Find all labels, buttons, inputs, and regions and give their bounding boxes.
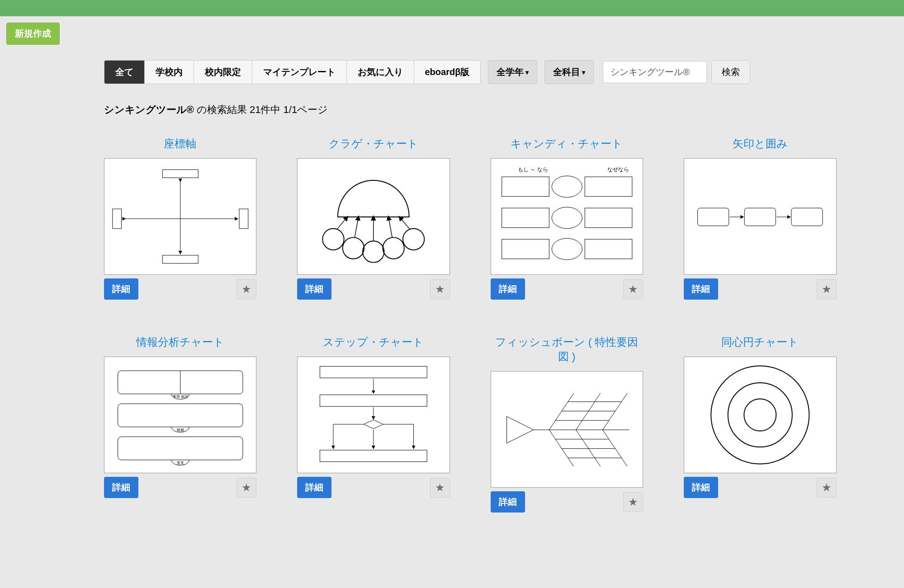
template-thumbnail[interactable] [297,357,450,473]
candy-left-label: もし ～ なら [518,166,548,173]
svg-point-60 [728,383,792,447]
create-button[interactable]: 新規作成 [6,23,60,45]
candy-right-label: なぜなら [607,166,629,173]
template-title-link[interactable]: ステップ・チャート [297,335,450,349]
template-card: ステップ・チャート 詳細 [297,335,450,513]
filter-row: 全て 学校内 校内限定 マイテンプレート お気に入り eboardβ版 全学年 … [104,60,837,84]
tab-all[interactable]: 全て [104,61,144,84]
star-icon: ★ [435,283,445,296]
template-card: キャンディ・チャート もし ～ なら なぜなら 詳細 ★ [491,136,644,300]
template-thumbnail[interactable] [297,158,450,275]
svg-line-45 [576,430,600,466]
svg-rect-26 [744,208,776,226]
tab-school-limited[interactable]: 校内限定 [194,61,252,84]
tab-favorites[interactable]: お気に入り [346,61,414,84]
template-card: 情報分析チャート 事実 仮説 根拠 意見 詳細 [104,335,257,513]
svg-rect-24 [585,239,632,259]
ia-label: 根拠 [176,428,184,432]
svg-rect-1 [162,255,198,263]
svg-rect-19 [502,208,549,227]
result-middle: の検索結果 [194,104,250,115]
subject-dropdown[interactable]: 全科目 ▾ [544,60,594,84]
template-title-link[interactable]: キャンディ・チャート [491,136,644,151]
favorite-button[interactable]: ★ [817,279,837,299]
filter-tabs: 全て 学校内 校内限定 マイテンプレート お気に入り eboardβ版 [104,60,481,84]
svg-line-12 [355,218,358,237]
svg-rect-16 [502,177,549,196]
template-thumbnail[interactable]: 事実 仮説 根拠 意見 [104,357,257,473]
template-title-link[interactable]: 座標軸 [104,136,257,151]
svg-rect-33 [118,437,242,460]
top-banner [0,0,904,16]
svg-line-15 [400,218,410,230]
result-query: シンキングツール® [104,104,194,115]
detail-button[interactable]: 詳細 [684,477,718,498]
svg-point-59 [711,366,809,464]
svg-rect-18 [585,177,632,196]
grade-dropdown-label: 全学年 [497,66,524,78]
svg-point-10 [403,229,424,250]
favorite-button[interactable]: ★ [237,478,256,498]
search-result-summary: シンキングツール® の検索結果 21件中 1/1ページ [104,103,837,117]
template-thumbnail[interactable] [104,158,257,275]
result-count: 21件中 1/1ページ [250,104,328,115]
template-thumbnail[interactable] [684,158,837,275]
template-card: フィッシュボーン ( 特性要因図 ) 詳細 [491,335,644,513]
star-icon: ★ [241,481,251,494]
template-title-link[interactable]: クラゲ・チャート [297,136,450,151]
create-row: 新規作成 [0,16,904,51]
svg-rect-3 [239,209,248,228]
template-thumbnail[interactable]: もし ～ なら なぜなら [491,158,644,275]
detail-button[interactable]: 詳細 [104,278,138,300]
svg-line-46 [602,430,627,466]
svg-rect-34 [320,366,427,378]
svg-line-11 [337,218,347,230]
template-thumbnail[interactable] [684,357,837,473]
svg-rect-27 [791,208,823,226]
svg-line-41 [549,393,573,430]
detail-button[interactable]: 詳細 [491,491,525,513]
svg-rect-36 [320,450,427,462]
detail-button[interactable]: 詳細 [684,278,718,300]
favorite-button[interactable]: ★ [623,279,643,299]
template-grid: 座標軸 詳細 ★ クラゲ・チャート [104,136,837,513]
grade-dropdown[interactable]: 全学年 ▾ [488,60,537,84]
favorite-button[interactable]: ★ [623,492,643,512]
tab-school[interactable]: 学校内 [144,61,194,84]
svg-point-8 [363,241,384,262]
svg-line-43 [602,393,627,430]
star-icon: ★ [241,283,251,296]
search-button[interactable]: 検索 [711,60,750,84]
search-input[interactable] [603,61,707,83]
svg-rect-21 [585,208,632,227]
favorite-button[interactable]: ★ [430,478,450,498]
ia-label: 意見 [176,461,184,465]
detail-button[interactable]: 詳細 [104,477,138,498]
svg-rect-35 [320,395,427,407]
star-icon: ★ [628,283,638,296]
favorite-button[interactable]: ★ [430,279,450,299]
chevron-down-icon: ▾ [582,69,585,76]
detail-button[interactable]: 詳細 [297,278,331,300]
star-icon: ★ [435,481,445,494]
tab-eboard[interactable]: eboardβ版 [414,61,481,84]
detail-button[interactable]: 詳細 [491,278,525,300]
template-title-link[interactable]: 矢印と囲み [684,136,837,151]
svg-line-42 [576,393,600,430]
template-title-link[interactable]: 同心円チャート [684,335,837,349]
star-icon: ★ [628,496,638,508]
svg-rect-22 [502,239,549,259]
svg-line-14 [388,218,392,237]
template-title-link[interactable]: 情報分析チャート [104,335,257,349]
svg-point-6 [322,229,344,250]
favorite-button[interactable]: ★ [817,478,837,498]
detail-button[interactable]: 詳細 [297,477,331,498]
template-card: 同心円チャート 詳細 ★ [684,335,837,513]
template-thumbnail[interactable] [491,371,644,488]
template-card: クラゲ・チャート 詳細 ★ [297,136,450,300]
favorite-button[interactable]: ★ [237,279,256,299]
svg-point-9 [383,237,404,259]
tab-my-templates[interactable]: マイテンプレート [252,61,346,84]
template-title-link[interactable]: フィッシュボーン ( 特性要因図 ) [491,335,644,364]
svg-point-7 [343,237,364,259]
